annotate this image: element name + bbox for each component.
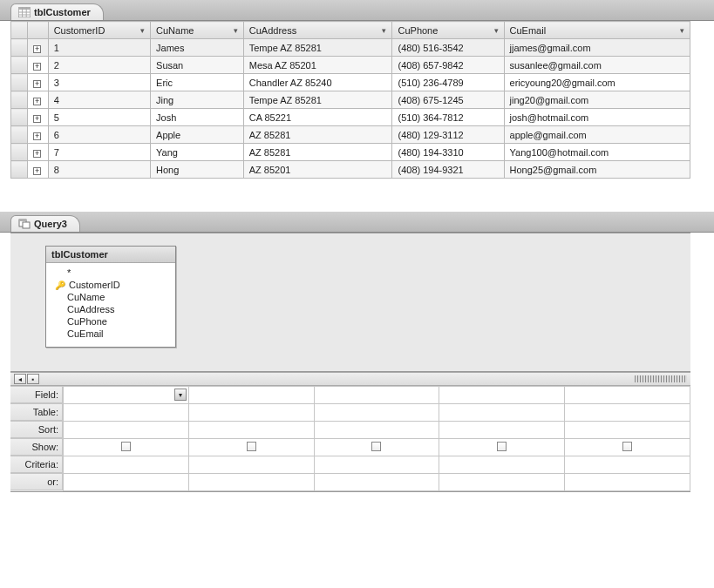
cell-cuname[interactable]: Apple [151, 126, 244, 144]
expand-button[interactable]: + [28, 144, 48, 161]
cell-cuemail[interactable]: jing20@gmail.com [504, 91, 690, 109]
row-selector[interactable] [11, 126, 28, 144]
expand-button[interactable]: + [28, 161, 48, 179]
fieldlist-title[interactable]: tblCustomer [46, 247, 175, 263]
cell-cuaddress[interactable]: CA 85221 [243, 109, 392, 126]
cell-customerid[interactable]: 8 [48, 161, 150, 179]
cell-cuemail[interactable]: ericyoung20@gmail.com [504, 74, 690, 91]
fieldlist-star[interactable]: * [55, 267, 170, 279]
row-selector[interactable] [11, 57, 28, 74]
tab-tblcustomer[interactable]: tblCustomer [10, 3, 104, 20]
datasheet-grid[interactable]: CustomerID▾ CuName▾ CuAddress▾ CuPhone▾ … [10, 21, 690, 179]
cell-customerid[interactable]: 2 [48, 57, 150, 74]
fieldlist-item[interactable]: 🔑CustomerID [55, 279, 170, 291]
table-row[interactable]: +3EricChandler AZ 85240(510) 236-4789eri… [11, 74, 690, 91]
cell-cuname[interactable]: Eric [151, 74, 244, 91]
show-checkbox[interactable] [497, 442, 507, 451]
cell-cuname[interactable]: Jing [151, 91, 244, 109]
cell-customerid[interactable]: 5 [48, 109, 150, 126]
expand-button[interactable]: + [28, 126, 48, 144]
cell-cuemail[interactable]: josh@hotmail.com [504, 109, 690, 126]
cell-customerid[interactable]: 1 [48, 39, 150, 57]
cell-cuemail[interactable]: susanlee@gmail.com [504, 57, 690, 74]
column-header-customerid[interactable]: CustomerID▾ [48, 22, 150, 39]
cell-cuphone[interactable]: (480) 129-3112 [392, 126, 504, 144]
cell-cuaddress[interactable]: AZ 85281 [243, 126, 392, 144]
dropdown-icon[interactable]: ▾ [174, 389, 187, 401]
cell-cuemail[interactable]: jjames@gmail.com [504, 39, 690, 57]
cell-cuaddress[interactable]: Chandler AZ 85240 [243, 74, 392, 91]
cell-customerid[interactable]: 4 [48, 91, 150, 109]
cell-cuname[interactable]: Susan [151, 57, 244, 74]
cell-customerid[interactable]: 6 [48, 126, 150, 144]
qbe-field-cell[interactable]: ▾ [64, 387, 189, 404]
cell-cuphone[interactable]: (510) 236-4789 [392, 74, 504, 91]
cell-cuaddress[interactable]: Mesa AZ 85201 [243, 57, 392, 74]
fieldlist-item[interactable]: CuPhone [55, 315, 170, 328]
cell-cuname[interactable]: Yang [151, 144, 244, 161]
cell-cuname[interactable]: James [151, 39, 244, 57]
column-header-cuphone[interactable]: CuPhone▾ [392, 22, 504, 39]
table-row[interactable]: +6AppleAZ 85281(480) 129-3112apple@gmail… [11, 126, 690, 144]
dropdown-icon[interactable]: ▾ [680, 26, 684, 35]
cell-cuphone[interactable]: (408) 657-9842 [392, 57, 504, 74]
table-row[interactable]: +5JoshCA 85221(510) 364-7812josh@hotmail… [11, 109, 690, 126]
table-row[interactable]: +7YangAZ 85281(480) 194-3310Yang100@hotm… [11, 144, 690, 161]
tab-query3[interactable]: Query3 [10, 215, 80, 232]
dropdown-icon[interactable]: ▾ [382, 26, 386, 35]
dropdown-icon[interactable]: ▾ [140, 26, 145, 35]
row-selector[interactable] [11, 91, 28, 109]
query-table-pane[interactable]: tblCustomer * 🔑CustomerIDCuNameCuAddress… [10, 233, 690, 372]
row-selector[interactable] [11, 144, 28, 161]
cell-cuaddress[interactable]: Tempe AZ 85281 [243, 91, 392, 109]
show-checkbox[interactable] [247, 442, 256, 451]
show-checkbox[interactable] [121, 442, 131, 451]
table-row[interactable]: +1JamesTempe AZ 85281(480) 516-3542jjame… [11, 39, 690, 57]
cell-cuphone[interactable]: (408) 194-9321 [392, 161, 504, 179]
table-row[interactable]: +2SusanMesa AZ 85201(408) 657-9842susanl… [11, 57, 690, 74]
cell-cuaddress[interactable]: AZ 85201 [243, 161, 392, 179]
scroll-left-button[interactable]: ◂ [14, 374, 26, 384]
show-checkbox[interactable] [371, 442, 381, 451]
expand-button[interactable]: + [28, 57, 48, 74]
expand-button[interactable]: + [28, 91, 48, 109]
cell-cuname[interactable]: Josh [151, 109, 244, 126]
fieldlist-tblcustomer[interactable]: tblCustomer * 🔑CustomerIDCuNameCuAddress… [45, 246, 176, 348]
fieldlist-item[interactable]: CuAddress [55, 303, 170, 315]
cell-cuphone[interactable]: (480) 516-3542 [392, 39, 504, 57]
fieldlist-item[interactable]: CuEmail [55, 328, 170, 340]
cell-cuemail[interactable]: apple@gmail.com [504, 126, 690, 144]
row-selector[interactable] [11, 109, 28, 126]
cell-cuname[interactable]: Hong [151, 161, 244, 179]
expand-button[interactable]: + [28, 74, 48, 91]
table-row[interactable]: +4JingTempe AZ 85281(408) 675-1245jing20… [11, 91, 690, 109]
cell-cuphone[interactable]: (408) 675-1245 [392, 91, 504, 109]
column-header-cuemail[interactable]: CuEmail▾ [504, 22, 690, 39]
pane-splitter[interactable]: ◂ ▪ [10, 372, 690, 386]
dropdown-icon[interactable]: ▾ [234, 26, 238, 35]
cell-cuaddress[interactable]: Tempe AZ 85281 [243, 39, 392, 57]
column-header-cuaddress[interactable]: CuAddress▾ [243, 22, 392, 39]
expand-button[interactable]: + [28, 109, 48, 126]
table-row[interactable]: +8HongAZ 85201(408) 194-9321Hong25@gmail… [11, 161, 690, 179]
cell-customerid[interactable]: 7 [48, 144, 150, 161]
qbe-grid[interactable]: ▾ [63, 386, 690, 491]
row-selector[interactable] [11, 39, 28, 57]
row-selector[interactable] [11, 161, 28, 179]
column-header-cuname[interactable]: CuName▾ [151, 22, 244, 39]
cell-cuemail[interactable]: Hong25@gmail.com [504, 161, 690, 179]
fieldlist-item[interactable]: CuName [55, 291, 170, 303]
splitter-grip-icon[interactable] [635, 375, 687, 382]
svg-rect-1 [18, 7, 31, 10]
cell-cuphone[interactable]: (480) 194-3310 [392, 144, 504, 161]
cell-customerid[interactable]: 3 [48, 74, 150, 91]
select-all-corner[interactable] [11, 22, 28, 39]
cell-cuphone[interactable]: (510) 364-7812 [392, 109, 504, 126]
cell-cuemail[interactable]: Yang100@hotmail.com [504, 144, 690, 161]
table-icon [18, 7, 31, 17]
row-selector[interactable] [11, 74, 28, 91]
expand-button[interactable]: + [28, 39, 48, 57]
show-checkbox[interactable] [622, 442, 632, 451]
cell-cuaddress[interactable]: AZ 85281 [243, 144, 392, 161]
dropdown-icon[interactable]: ▾ [494, 26, 499, 35]
